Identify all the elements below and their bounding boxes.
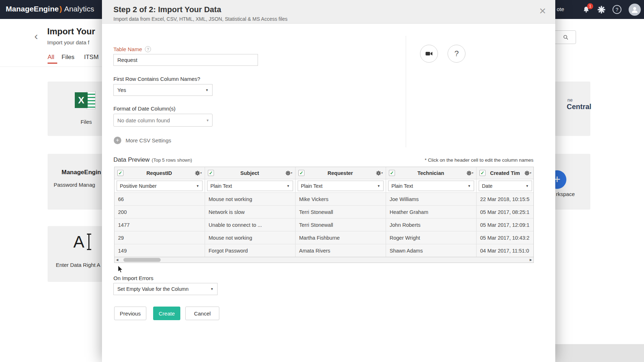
preview-cell: Joe Williams [386, 193, 477, 205]
preview-cell: 22 Mar 2018, 10:15:5 [477, 193, 534, 205]
settings-gear-icon[interactable] [597, 6, 605, 14]
on-import-errors-select[interactable]: Set Empty Value for the Column ▼ [113, 283, 218, 295]
close-icon[interactable]: × [539, 5, 546, 16]
tab-itsm[interactable]: ITSM [84, 54, 99, 61]
scroll-left-icon[interactable]: ◀ [114, 257, 120, 263]
brand-logo[interactable]: ManageEngine)Analytics [6, 5, 94, 13]
import-data-modal: Step 2 of 2: Import Your Data Import dat… [102, 0, 555, 362]
chevron-down-icon: ▼ [468, 184, 471, 188]
date-format-label: Format of Date Column(s) [113, 106, 175, 112]
preview-data-row: 1477Unable to connect to ...Terri Stonew… [114, 219, 533, 231]
column-checkbox[interactable]: ✓ [208, 170, 214, 176]
plus-icon: + [114, 137, 121, 144]
column-checkbox[interactable]: ✓ [298, 170, 304, 176]
table-name-help-icon[interactable]: ? [145, 46, 151, 52]
column-gear-icon[interactable]: ▾ [467, 171, 473, 176]
chevron-down-icon: ▼ [196, 184, 199, 188]
card-workspace-label: rkspace [556, 191, 575, 197]
data-preview-note: (Top 5 rows shown) [152, 157, 192, 163]
column-type-cell: Positive Number▼ [114, 179, 205, 192]
column-type-select[interactable]: Plain Text▼ [298, 181, 384, 191]
card-pm-title: ManageEngin [62, 169, 101, 176]
column-type-cell: Date▼ [477, 179, 534, 192]
previous-button[interactable]: Previous [114, 307, 146, 320]
excel-icon: X [75, 90, 96, 110]
scrollbar-thumb[interactable] [123, 258, 161, 262]
column-name: Created Tim [488, 170, 522, 176]
table-name-input[interactable] [113, 54, 258, 66]
horizontal-scrollbar[interactable]: ◀ ▶ [114, 257, 534, 263]
date-format-select[interactable]: No date column found ▾ [113, 114, 213, 127]
column-type-value: Positive Number [120, 183, 157, 189]
column-checkbox[interactable]: ✓ [117, 170, 123, 176]
column-gear-icon[interactable]: ▾ [195, 171, 202, 176]
card-central-small-text: ne [567, 97, 572, 103]
preview-data-row: 200Network is slowTerri StonewallHeather… [114, 206, 533, 219]
column-type-value: Date [482, 183, 493, 189]
nav-partial-text[interactable]: ote [557, 6, 564, 12]
card-files-label: Files [68, 119, 104, 125]
user-avatar[interactable] [629, 4, 641, 16]
preview-cell: 29 [114, 231, 205, 244]
notification-badge: 1 [587, 3, 593, 9]
person-icon [630, 5, 639, 14]
active-tab-underline [48, 63, 57, 64]
vertical-divider [406, 36, 406, 147]
tab-files[interactable]: Files [62, 54, 74, 61]
column-gear-icon[interactable]: ▾ [376, 171, 383, 176]
create-button[interactable]: Create [153, 307, 180, 320]
bottom-right-panel [555, 344, 644, 362]
cancel-button[interactable]: Cancel [185, 307, 219, 320]
column-checkbox[interactable]: ✓ [389, 170, 395, 176]
video-help-button[interactable] [420, 45, 438, 63]
column-header[interactable]: ✓RequestID▾ [114, 167, 205, 179]
column-checkbox[interactable]: ✓ [479, 170, 486, 176]
column-type-value: Plain Text [301, 183, 322, 189]
first-row-select[interactable]: Yes ▼ [113, 84, 213, 96]
preview-cell: 1477 [114, 219, 205, 231]
back-button[interactable]: ‹ [34, 30, 38, 42]
preview-data-row: 29Mouse not workingMartha FishburneRoger… [114, 231, 533, 244]
first-row-select-value: Yes [117, 87, 126, 93]
preview-cell: Mike Vickers [296, 193, 386, 205]
column-gear-icon[interactable]: ▾ [286, 171, 292, 176]
column-header[interactable]: ✓Created Tim▾ [477, 167, 534, 179]
column-name: Requester [307, 170, 374, 176]
column-header[interactable]: ✓Technician▾ [386, 167, 477, 179]
chevron-down-icon: ▼ [377, 184, 380, 188]
preview-cell: 04 Mar 2017, 11:51:0 [477, 244, 534, 257]
column-header[interactable]: ✓Subject▾ [205, 167, 296, 179]
preview-cell: Network is slow [205, 206, 296, 218]
question-help-button[interactable]: ? [448, 45, 465, 63]
column-header[interactable]: ✓Requester▾ [296, 167, 386, 179]
preview-type-row: Positive Number▼Plain Text▼Plain Text▼Pl… [114, 179, 533, 193]
preview-cell: 149 [114, 244, 205, 257]
preview-data-row: 66Mouse not workingMike VickersJoe Willi… [114, 193, 533, 206]
modal-title: Step 2 of 2: Import Your Data [113, 5, 221, 14]
preview-cell: Heather Graham [386, 206, 477, 218]
column-type-select[interactable]: Plain Text▼ [388, 181, 474, 191]
brand-swirl-icon: ) [59, 5, 62, 13]
column-gear-icon[interactable]: ▾ [525, 171, 531, 176]
column-type-cell: Plain Text▼ [296, 179, 386, 192]
card-pm-subtitle: Password Manag [54, 182, 95, 188]
column-type-cell: Plain Text▼ [205, 179, 296, 192]
page-subtitle: Import your data f [47, 39, 89, 45]
column-type-select[interactable]: Positive Number▼ [117, 181, 203, 191]
tabs-divider [0, 67, 102, 67]
column-type-select[interactable]: Plain Text▼ [207, 181, 293, 191]
column-name: RequestID [126, 170, 193, 176]
preview-cell: John Roberts [386, 219, 477, 231]
preview-cell: Roger Wright [386, 231, 477, 244]
chevron-down-icon: ▾ [206, 118, 209, 123]
more-csv-settings-button[interactable]: + More CSV Settings [114, 137, 171, 144]
preview-header-row: ✓RequestID▾✓Subject▾✓Requester▾✓Technici… [114, 167, 533, 179]
tab-all[interactable]: All [48, 54, 54, 61]
preview-cell: Mouse not working [205, 193, 296, 205]
help-icon[interactable]: ? [613, 5, 621, 14]
more-csv-settings-label: More CSV Settings [126, 137, 171, 143]
scroll-right-icon[interactable]: ▶ [528, 257, 533, 263]
preview-cell: Terri Stonewall [296, 206, 386, 218]
preview-cell: Amata Rivers [296, 244, 386, 257]
column-type-select[interactable]: Date▼ [479, 181, 532, 191]
